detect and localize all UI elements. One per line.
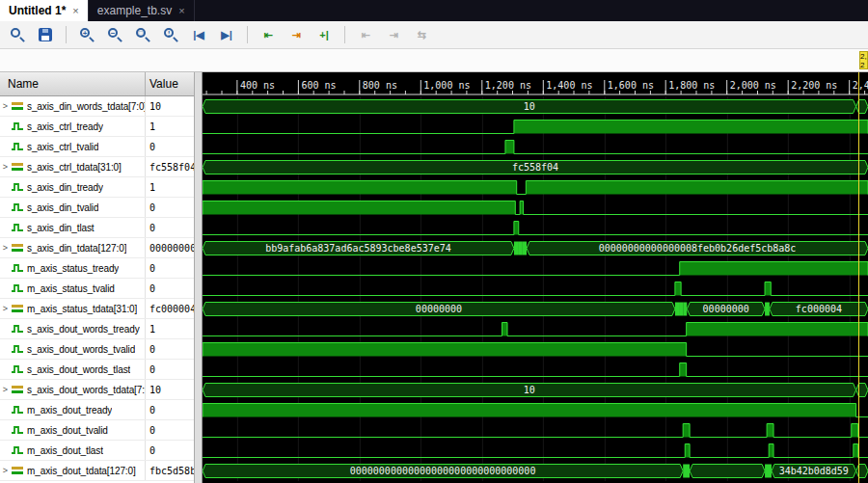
bus-signal-icon — [11, 242, 24, 254]
signal-row[interactable]: m_axis_status_tready0 — [0, 258, 194, 279]
svg-text:2,000 ns: 2,000 ns — [730, 80, 776, 91]
cursor-line[interactable] — [858, 72, 859, 483]
signal-name-cell: s_axis_din_tready — [0, 177, 145, 197]
svg-text:800 ns: 800 ns — [363, 80, 397, 91]
signal-row[interactable]: >s_axis_din_tdata[127:0]00000000 — [0, 238, 194, 258]
close-icon[interactable]: × — [72, 5, 78, 16]
signal-row[interactable]: s_axis_dout_words_tlast0 — [0, 360, 194, 380]
signal-name: s_axis_dout_words_tlast — [27, 364, 130, 375]
value-column-header: Value — [145, 72, 194, 95]
signal-row[interactable]: s_axis_din_tvalid0 — [0, 198, 194, 218]
waveform-row[interactable]: 10 — [203, 96, 868, 117]
waveform-row[interactable] — [203, 177, 868, 198]
waveform-row[interactable] — [203, 420, 868, 441]
zoom-out-button[interactable]: − — [102, 23, 127, 46]
close-icon[interactable]: × — [178, 5, 184, 16]
expand-arrow-icon[interactable]: > — [0, 162, 11, 172]
zoom-fit-button[interactable]: □ — [130, 23, 155, 46]
time-ruler[interactable]: 400 ns600 ns800 ns1,000 ns1,200 ns1,400 … — [203, 72, 868, 96]
go-to-last-time-button[interactable]: ▶| — [214, 23, 239, 46]
signal-value: fc000004 — [145, 299, 194, 318]
signal-row[interactable]: >s_axis_ctrl_tdata[31:0]fc558f04 — [0, 157, 194, 177]
expand-arrow-icon[interactable]: > — [0, 243, 11, 253]
expand-arrow-icon[interactable]: > — [0, 385, 11, 394]
signal-row[interactable]: >s_axis_din_words_tdata[7:0]10 — [0, 96, 194, 117]
bit-signal-icon — [11, 424, 24, 436]
expand-arrow-icon[interactable]: > — [0, 101, 11, 111]
secondary-strip: 2,2 — [0, 49, 868, 72]
cursor-time-badge[interactable]: 2,2 — [859, 51, 868, 69]
waveform-row[interactable] — [203, 218, 868, 238]
toolbar-separator — [247, 26, 248, 43]
zoom-to-cursor-button[interactable]: ¦ — [158, 23, 183, 46]
signal-row[interactable]: m_axis_dout_tready0 — [0, 400, 194, 420]
previous-marker-button[interactable]: ⇤ — [353, 23, 378, 46]
signal-name: s_axis_ctrl_tready — [27, 121, 103, 132]
signal-name-cell: >m_axis_status_tdata[31:0] — [0, 299, 145, 318]
swap-cursors-button[interactable]: ⇆ — [409, 23, 434, 46]
panel-splitter[interactable] — [195, 72, 203, 483]
expand-arrow-icon[interactable]: > — [0, 466, 11, 475]
signal-row[interactable]: m_axis_status_tvalid0 — [0, 279, 194, 299]
previous-transition-button[interactable]: ⇤ — [256, 23, 281, 46]
signal-name: s_axis_dout_words_tvalid — [27, 344, 135, 355]
svg-text:00000000: 00000000 — [703, 304, 749, 314]
signal-row[interactable]: s_axis_din_tlast0 — [0, 218, 194, 238]
save-wave-config-button[interactable] — [33, 23, 58, 46]
go-to-last-time-icon: ▶| — [221, 30, 232, 40]
signal-row[interactable]: s_axis_ctrl_tvalid0 — [0, 137, 194, 157]
next-marker-button[interactable]: ⇥ — [381, 23, 406, 46]
waveform-row[interactable]: bb9afab6a837ad6ac5893cbe8e537e7400000000… — [203, 238, 868, 258]
tab-untitled-1[interactable]: Untitled 1*× — [0, 0, 89, 21]
signal-row[interactable]: >m_axis_status_tdata[31:0]fc000004 — [0, 299, 194, 319]
waveform-row[interactable] — [203, 441, 868, 461]
waveform-row[interactable]: fc558f04 — [203, 157, 868, 177]
signal-row[interactable]: s_axis_din_tready1 — [0, 177, 194, 198]
svg-text:2,4: 2,4 — [853, 80, 868, 91]
waveform-row[interactable] — [203, 339, 868, 360]
waveform-row[interactable] — [203, 319, 868, 339]
signal-name-cell: m_axis_status_tready — [0, 258, 145, 278]
go-to-time-0-button[interactable]: |◀ — [186, 23, 211, 46]
signal-name: m_axis_dout_tready — [27, 405, 112, 416]
signal-row[interactable]: >m_axis_dout_tdata[127:0]fbc5d58be — [0, 461, 194, 481]
find-button[interactable] — [5, 23, 30, 46]
magnifier-icon: − — [108, 28, 122, 41]
add-marker-button[interactable]: +| — [312, 23, 337, 46]
waveform-row[interactable] — [203, 137, 868, 157]
signal-value: 0 — [145, 400, 194, 419]
waveform-row[interactable] — [203, 360, 868, 380]
signal-value: fc558f04 — [145, 157, 194, 176]
waveform-row[interactable]: 0000000000000000fc000004 — [203, 299, 868, 319]
signal-row[interactable]: s_axis_ctrl_tready1 — [0, 117, 194, 137]
svg-text:1,200 ns: 1,200 ns — [485, 80, 531, 91]
signal-row[interactable]: s_axis_dout_words_tvalid0 — [0, 339, 194, 360]
signal-row[interactable]: m_axis_dout_tlast0 — [0, 441, 194, 461]
signal-row[interactable]: m_axis_dout_tvalid0 — [0, 420, 194, 441]
next-transition-button[interactable]: ⇥ — [284, 23, 309, 46]
waveform-row[interactable]: 10 — [203, 380, 868, 400]
zoom-in-button[interactable]: + — [74, 23, 99, 46]
waveform-row[interactable] — [203, 258, 868, 279]
waveform-row[interactable]: 0000000000000000000000000000000034b42b0d… — [203, 461, 868, 481]
svg-text:fc000004: fc000004 — [796, 304, 842, 314]
signal-name: m_axis_status_tdata[31:0] — [27, 304, 137, 314]
waveform-row[interactable] — [203, 400, 868, 420]
signal-row[interactable]: s_axis_dout_words_tready1 — [0, 319, 194, 339]
bit-signal-icon — [11, 323, 24, 335]
previous-marker-icon: ⇤ — [361, 30, 369, 40]
signal-name: m_axis_dout_tdata[127:0] — [27, 466, 136, 476]
tab-example-tb-sv[interactable]: example_tb.sv× — [89, 0, 195, 21]
svg-text:00000000000000008feb0b26def5cb: 00000000000000008feb0b26def5cb8a8c — [599, 243, 797, 254]
waveform-row[interactable] — [203, 117, 868, 137]
magnifier-icon: □ — [136, 28, 149, 41]
waveform-row[interactable] — [203, 198, 868, 218]
signal-value: 1 — [145, 117, 194, 136]
svg-text:400 ns: 400 ns — [240, 80, 275, 91]
signal-row[interactable]: >s_axis_dout_words_tdata[7:0]10 — [0, 380, 194, 400]
bus-signal-icon — [11, 161, 24, 173]
waveform-row[interactable] — [203, 279, 868, 299]
signal-name-cell: s_axis_din_tvalid — [0, 198, 145, 217]
waveform-area[interactable]: 400 ns600 ns800 ns1,000 ns1,200 ns1,400 … — [203, 72, 868, 483]
expand-arrow-icon[interactable]: > — [0, 304, 11, 313]
